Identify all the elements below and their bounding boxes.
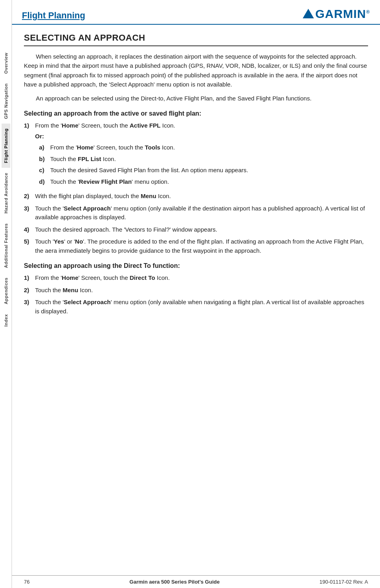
page-title: Flight Planning [22, 10, 85, 21]
sub-list-item: d) Touch the 'Review Flight Plan' menu o… [39, 177, 368, 187]
list-item: 1) From the 'Home' Screen, touch the Act… [24, 121, 368, 189]
sidebar-item-flight-planning[interactable]: Flight Planning [2, 124, 10, 168]
list-number: 1) [24, 121, 35, 130]
sidebar-item-appendices[interactable]: Appendices [2, 273, 10, 309]
list-item-content: Touch the Menu Icon. [35, 286, 368, 295]
list-item: 3) Touch the 'Select Approach' menu opti… [24, 204, 368, 222]
footer-doc-number: 190-01117-02 Rev. A [319, 579, 368, 585]
subsection1-title: Selecting an approach from the active or… [24, 110, 368, 117]
list-number: 2) [24, 192, 35, 201]
sub-list-letter: b) [39, 155, 50, 164]
list-number: 1) [24, 273, 35, 283]
list-item-content: Touch 'Yes' or 'No'. The procedure is ad… [35, 237, 368, 255]
garmin-triangle-icon [303, 9, 314, 18]
list-item-content: With the flight plan displayed, touch th… [35, 192, 368, 201]
sub-item-a-text: From the 'Home' Screen, touch the Tools … [50, 143, 175, 152]
section-title: SELECTING AN APPROACH [24, 33, 368, 46]
sub-item-d-text: Touch the 'Review Flight Plan' menu opti… [50, 177, 169, 187]
list-item: 1) From the 'Home' Screen, touch the Dir… [24, 273, 368, 283]
item4-text: Touch the desired approach. The 'Vectors… [35, 226, 217, 233]
item1-text: From the 'Home' Screen, touch the Active… [35, 122, 175, 129]
sub-list: a) From the 'Home' Screen, touch the Too… [35, 143, 368, 186]
sub-list-letter: c) [39, 166, 50, 175]
list-item: 2) With the flight plan displayed, touch… [24, 192, 368, 201]
subsection2-title: Selecting an approach using the Direct T… [24, 262, 368, 269]
s2-item3-text: Touch the 'Select Approach' menu option … [35, 299, 364, 315]
subsection2-list: 1) From the 'Home' Screen, touch the Dir… [24, 273, 368, 316]
sidebar-item-gps-navigation[interactable]: GPS Navigation [2, 79, 10, 124]
list-item: 4) Touch the desired approach. The 'Vect… [24, 225, 368, 234]
sub-item-b-text: Touch the FPL List Icon. [50, 155, 116, 164]
sidebar-item-index[interactable]: Index [2, 309, 10, 331]
intro-paragraph-1: When selecting an approach, it replaces … [24, 52, 368, 89]
sidebar: Overview GPS Navigation Flight Planning … [0, 0, 12, 588]
item3-text: Touch the 'Select Approach' menu option … [35, 205, 365, 221]
sub-item-c-text: Touch the desired Saved Flight Plan from… [50, 166, 248, 175]
or-label: Or: [35, 132, 368, 141]
sub-list-item: a) From the 'Home' Screen, touch the Too… [39, 143, 368, 152]
subsection1-list: 1) From the 'Home' Screen, touch the Act… [24, 121, 368, 255]
list-item: 2) Touch the Menu Icon. [24, 286, 368, 295]
garmin-registered: ® [366, 9, 370, 15]
list-item-content: From the 'Home' Screen, touch the Direct… [35, 273, 368, 283]
sub-list-letter: d) [39, 177, 50, 187]
list-number: 3) [24, 298, 35, 307]
page-header: Flight Planning GARMIN® [12, 0, 380, 25]
intro-paragraph-2: An approach can be selected using the Di… [24, 94, 368, 103]
list-number: 2) [24, 286, 35, 295]
list-item: 5) Touch 'Yes' or 'No'. The procedure is… [24, 237, 368, 255]
main-content: Flight Planning GARMIN® SELECTING AN APP… [12, 0, 380, 588]
list-number: 4) [24, 225, 35, 234]
item2-text: With the flight plan displayed, touch th… [35, 193, 171, 199]
list-item-content: Touch the desired approach. The 'Vectors… [35, 225, 368, 234]
page-content: SELECTING AN APPROACH When selecting an … [12, 25, 380, 575]
list-number: 3) [24, 204, 35, 213]
list-number: 5) [24, 237, 35, 246]
list-item-content: From the 'Home' Screen, touch the Active… [35, 121, 368, 189]
s2-item1-text: From the 'Home' Screen, touch the Direct… [35, 274, 170, 281]
sub-list-letter: a) [39, 143, 50, 152]
sub-list-item: c) Touch the desired Saved Flight Plan f… [39, 166, 368, 175]
page-footer: 76 Garmin aera 500 Series Pilot's Guide … [12, 575, 380, 588]
sidebar-item-overview[interactable]: Overview [2, 48, 10, 79]
list-item-content: Touch the 'Select Approach' menu option … [35, 298, 368, 316]
list-item: 3) Touch the 'Select Approach' menu opti… [24, 298, 368, 316]
garmin-logo: GARMIN® [303, 7, 370, 21]
garmin-wordmark: GARMIN® [315, 7, 370, 21]
page-number: 76 [24, 579, 29, 585]
list-item-content: Touch the 'Select Approach' menu option … [35, 204, 368, 222]
sidebar-item-hazard-avoidance[interactable]: Hazard Avoidance [2, 168, 10, 218]
footer-center-text: Garmin aera 500 Series Pilot's Guide [129, 579, 219, 585]
sidebar-item-additional-features[interactable]: Additional Features [2, 218, 10, 273]
item5-text: Touch 'Yes' or 'No'. The procedure is ad… [35, 238, 364, 254]
sub-list-item: b) Touch the FPL List Icon. [39, 155, 368, 164]
s2-item2-text: Touch the Menu Icon. [35, 287, 93, 293]
